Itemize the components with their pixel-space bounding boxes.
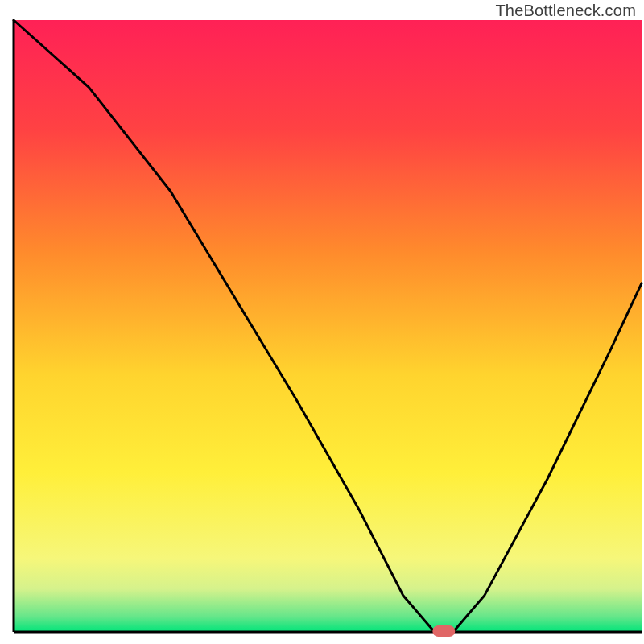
bottleneck-chart: TheBottleneck.com: [0, 0, 644, 644]
optimum-marker: [432, 625, 455, 637]
chart-svg: [0, 0, 644, 644]
